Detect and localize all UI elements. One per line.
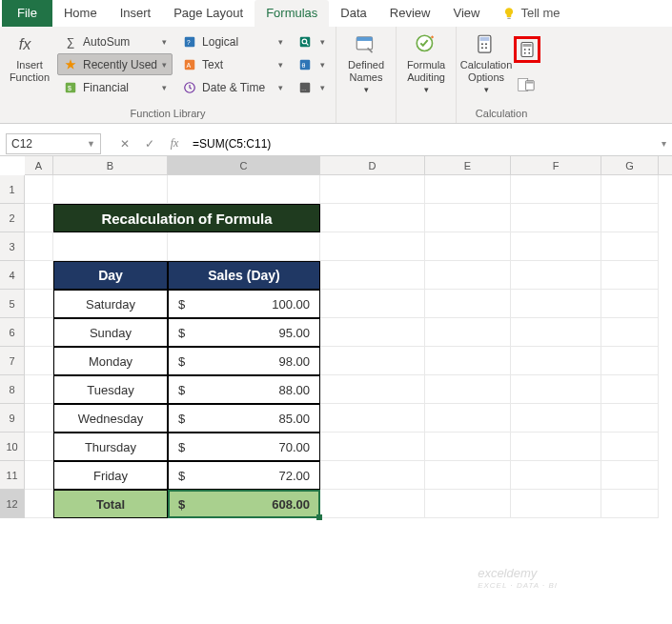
lookup-button[interactable]: ▾ (293, 30, 330, 52)
tab-data[interactable]: Data (329, 0, 377, 27)
rowhead-9[interactable]: 9 (0, 404, 25, 433)
colhead-b[interactable]: B (53, 156, 168, 174)
check-icon: ✓ (145, 137, 154, 151)
tab-tell-me[interactable]: Tell me (491, 0, 571, 27)
sales-cell[interactable]: $70.00 (168, 433, 320, 461)
svg-text:?: ? (187, 38, 191, 45)
sales-cell[interactable]: $95.00 (168, 318, 320, 347)
calculation-options-button[interactable]: Calculation Options ▾ (462, 30, 510, 95)
rowhead-6[interactable]: 6 (0, 318, 25, 347)
recently-used-button[interactable]: Recently Used ▾ (57, 53, 173, 75)
recently-used-label: Recently Used (83, 58, 157, 71)
more-functions-button[interactable]: …▾ (293, 76, 330, 98)
rowhead-3[interactable]: 3 (0, 232, 25, 261)
colhead-e[interactable]: E (425, 156, 511, 174)
svg-text:fx: fx (19, 35, 32, 52)
text-button[interactable]: A Text ▾ (176, 53, 289, 75)
tab-file[interactable]: File (2, 0, 52, 27)
calculate-sheet-button[interactable] (517, 76, 538, 93)
sales-value: 70.00 (278, 440, 310, 454)
day-cell[interactable]: Tuesday (53, 375, 168, 404)
day-cell[interactable]: Sunday (53, 318, 168, 347)
chevron-down-icon: ▾ (162, 83, 167, 92)
tab-page-layout[interactable]: Page Layout (162, 0, 255, 27)
sheet-calc-icon (518, 77, 537, 92)
sales-value: 85.00 (278, 412, 310, 426)
day-cell[interactable]: Thursday (53, 433, 168, 461)
rowhead-8[interactable]: 8 (0, 375, 25, 404)
colhead-f[interactable]: F (511, 156, 601, 174)
autosum-button[interactable]: ∑ AutoSum ▾ (57, 30, 173, 52)
colhead-c[interactable]: C (168, 156, 320, 174)
rowhead-12[interactable]: 12 (0, 490, 25, 518)
rowhead-1[interactable]: 1 (0, 175, 25, 204)
day-cell[interactable]: Monday (53, 347, 168, 375)
math-button[interactable]: θ▾ (293, 53, 330, 75)
lightbulb-icon (502, 7, 516, 20)
column-headers: A B C D E F G (25, 156, 672, 175)
tell-me-label: Tell me (520, 0, 560, 27)
colhead-d[interactable]: D (320, 156, 425, 174)
day-cell[interactable]: Saturday (53, 290, 168, 318)
expand-formula-bar-button[interactable]: ▾ (655, 138, 672, 149)
chevron-down-icon: ▼ (87, 139, 95, 149)
logical-button[interactable]: ? Logical ▾ (176, 30, 289, 52)
header-day[interactable]: Day (53, 261, 168, 290)
row-headers: 123456789101112 (0, 175, 25, 518)
logical-icon: ? (182, 34, 197, 50)
defined-names-label: Defined Names (348, 59, 384, 83)
sales-cell[interactable]: $98.00 (168, 347, 320, 375)
tab-home[interactable]: Home (52, 0, 109, 27)
sheet-title[interactable]: Recalculation of Formula (53, 204, 320, 232)
financial-button[interactable]: $ Financial ▾ (57, 76, 173, 98)
colhead-g[interactable]: G (601, 156, 659, 174)
colhead-a[interactable]: A (25, 156, 53, 174)
rowhead-10[interactable]: 10 (0, 433, 25, 461)
group-spacer (402, 105, 450, 123)
sales-cell[interactable]: $72.00 (168, 461, 320, 490)
svg-point-29 (528, 52, 530, 54)
svg-point-26 (524, 49, 526, 50)
total-label-cell[interactable]: Total (53, 490, 168, 518)
name-box[interactable]: C12 ▼ (6, 133, 101, 154)
sales-cell[interactable]: $85.00 (168, 404, 320, 433)
day-cell[interactable]: Wednesday (53, 404, 168, 433)
header-sales[interactable]: Sales (Day) (168, 261, 320, 290)
rowhead-7[interactable]: 7 (0, 347, 25, 375)
total-value-cell[interactable]: $ 608.00 (168, 490, 320, 518)
rowhead-2[interactable]: 2 (0, 204, 25, 232)
day-cell[interactable]: Friday (53, 461, 168, 490)
tab-view[interactable]: View (441, 0, 491, 27)
enter-formula-button[interactable]: ✓ (139, 134, 160, 153)
sales-cell[interactable]: $88.00 (168, 375, 320, 404)
cells-area[interactable]: Day Sales (Day) Saturday$100.00Sunday$95… (25, 175, 672, 518)
currency-symbol: $ (178, 297, 185, 312)
rowhead-11[interactable]: 11 (0, 461, 25, 490)
ribbon-tabs: File Home Insert Page Layout Formulas Da… (0, 0, 672, 27)
function-library-label: Function Library (6, 105, 330, 123)
rowhead-4[interactable]: 4 (0, 261, 25, 290)
date-time-button[interactable]: Date & Time ▾ (176, 76, 289, 98)
insert-function-button[interactable]: fx Insert Function (6, 30, 53, 83)
tab-review[interactable]: Review (378, 0, 442, 27)
svg-rect-19 (480, 37, 490, 41)
formula-input[interactable] (185, 133, 655, 154)
chevron-down-icon: ▾ (162, 60, 167, 70)
group-spacer (342, 105, 390, 123)
formula-auditing-button[interactable]: Formula Auditing ▾ (402, 30, 450, 95)
text-icon: A (182, 57, 197, 72)
chevron-down-icon: ▾ (364, 85, 369, 94)
tab-formulas[interactable]: Formulas (255, 0, 329, 27)
cancel-formula-button[interactable]: ✕ (114, 134, 135, 153)
fx-button[interactable]: fx (164, 134, 185, 153)
sales-value: 98.00 (278, 354, 310, 369)
rowhead-5[interactable]: 5 (0, 290, 25, 318)
sales-cell[interactable]: $100.00 (168, 290, 320, 318)
svg-rect-0 (508, 18, 512, 19)
calculate-now-button[interactable] (514, 36, 540, 63)
tab-insert[interactable]: Insert (109, 0, 163, 27)
calculator-small-icon (519, 41, 536, 58)
currency-symbol: $ (178, 354, 185, 369)
sales-value: 100.00 (272, 297, 310, 312)
defined-names-button[interactable]: Defined Names ▾ (342, 30, 390, 95)
